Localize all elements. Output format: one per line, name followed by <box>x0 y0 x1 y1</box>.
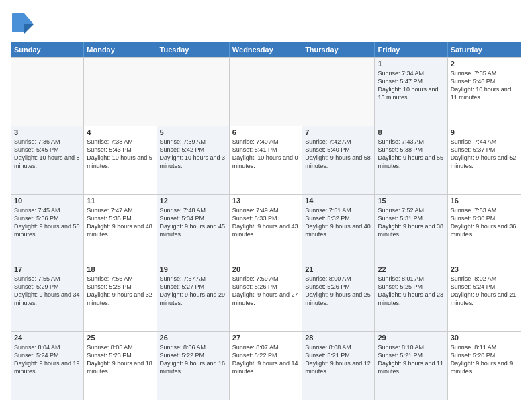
day-info: Sunrise: 8:06 AM Sunset: 5:22 PM Dayligh… <box>160 343 226 376</box>
day-cell-10: 10Sunrise: 7:45 AM Sunset: 5:36 PM Dayli… <box>11 195 84 263</box>
day-cell-11: 11Sunrise: 7:47 AM Sunset: 5:35 PM Dayli… <box>84 195 157 263</box>
calendar-body: 1Sunrise: 7:34 AM Sunset: 5:47 PM Daylig… <box>11 57 521 400</box>
day-info: Sunrise: 8:08 AM Sunset: 5:21 PM Dayligh… <box>305 343 371 376</box>
calendar-header: SundayMondayTuesdayWednesdayThursdayFrid… <box>11 42 521 57</box>
day-cell-19: 19Sunrise: 7:57 AM Sunset: 5:27 PM Dayli… <box>157 263 230 331</box>
empty-cell-0-1 <box>84 58 157 126</box>
day-number: 16 <box>451 197 518 205</box>
day-number: 7 <box>305 128 371 136</box>
day-number: 27 <box>232 334 299 342</box>
day-number: 18 <box>87 265 153 273</box>
day-number: 26 <box>160 334 226 342</box>
day-cell-20: 20Sunrise: 7:59 AM Sunset: 5:26 PM Dayli… <box>230 263 302 331</box>
calendar-row-2: 10Sunrise: 7:45 AM Sunset: 5:36 PM Dayli… <box>11 194 521 263</box>
day-number: 23 <box>451 265 518 273</box>
empty-cell-0-4 <box>302 58 375 126</box>
day-number: 12 <box>160 197 226 205</box>
day-number: 10 <box>14 197 81 205</box>
calendar-row-1: 3Sunrise: 7:36 AM Sunset: 5:45 PM Daylig… <box>11 126 521 194</box>
day-cell-22: 22Sunrise: 8:01 AM Sunset: 5:25 PM Dayli… <box>375 263 447 331</box>
day-number: 3 <box>14 128 81 136</box>
day-info: Sunrise: 7:53 AM Sunset: 5:30 PM Dayligh… <box>451 206 518 239</box>
day-cell-23: 23Sunrise: 8:02 AM Sunset: 5:24 PM Dayli… <box>448 263 521 331</box>
calendar-row-3: 17Sunrise: 7:55 AM Sunset: 5:29 PM Dayli… <box>11 263 521 331</box>
day-number: 13 <box>232 197 299 205</box>
weekday-header-saturday: Saturday <box>448 42 521 57</box>
day-number: 30 <box>451 334 518 342</box>
svg-marker-0 <box>24 13 34 24</box>
day-number: 6 <box>232 128 299 136</box>
day-cell-14: 14Sunrise: 7:51 AM Sunset: 5:32 PM Dayli… <box>302 195 375 263</box>
day-cell-13: 13Sunrise: 7:49 AM Sunset: 5:33 PM Dayli… <box>230 195 302 263</box>
day-cell-3: 3Sunrise: 7:36 AM Sunset: 5:45 PM Daylig… <box>11 126 84 194</box>
weekday-header-monday: Monday <box>84 42 157 57</box>
day-cell-5: 5Sunrise: 7:39 AM Sunset: 5:42 PM Daylig… <box>157 126 230 194</box>
day-number: 1 <box>378 60 444 68</box>
day-cell-6: 6Sunrise: 7:40 AM Sunset: 5:41 PM Daylig… <box>230 126 302 194</box>
day-number: 20 <box>232 265 299 273</box>
day-cell-29: 29Sunrise: 8:10 AM Sunset: 5:21 PM Dayli… <box>375 332 447 400</box>
day-info: Sunrise: 7:44 AM Sunset: 5:37 PM Dayligh… <box>451 138 518 171</box>
empty-cell-0-3 <box>230 58 302 126</box>
day-info: Sunrise: 8:05 AM Sunset: 5:23 PM Dayligh… <box>87 343 153 376</box>
day-info: Sunrise: 8:07 AM Sunset: 5:22 PM Dayligh… <box>232 343 299 376</box>
day-info: Sunrise: 8:01 AM Sunset: 5:25 PM Dayligh… <box>378 275 444 308</box>
day-cell-7: 7Sunrise: 7:42 AM Sunset: 5:40 PM Daylig… <box>302 126 375 194</box>
day-info: Sunrise: 7:48 AM Sunset: 5:34 PM Dayligh… <box>160 206 226 239</box>
day-number: 19 <box>160 265 226 273</box>
weekday-header-thursday: Thursday <box>302 42 375 57</box>
weekday-header-tuesday: Tuesday <box>157 42 230 57</box>
day-info: Sunrise: 7:59 AM Sunset: 5:26 PM Dayligh… <box>232 275 299 308</box>
day-info: Sunrise: 8:00 AM Sunset: 5:26 PM Dayligh… <box>305 275 371 308</box>
day-number: 15 <box>378 197 444 205</box>
day-number: 17 <box>14 265 81 273</box>
day-cell-15: 15Sunrise: 7:52 AM Sunset: 5:31 PM Dayli… <box>375 195 447 263</box>
day-number: 29 <box>378 334 444 342</box>
day-info: Sunrise: 7:45 AM Sunset: 5:36 PM Dayligh… <box>14 206 81 239</box>
day-number: 2 <box>451 60 518 68</box>
svg-marker-1 <box>24 24 34 34</box>
day-number: 14 <box>305 197 371 205</box>
day-cell-27: 27Sunrise: 8:07 AM Sunset: 5:22 PM Dayli… <box>230 332 302 400</box>
svg-rect-2 <box>12 13 24 32</box>
day-info: Sunrise: 7:35 AM Sunset: 5:46 PM Dayligh… <box>451 69 518 102</box>
weekday-header-wednesday: Wednesday <box>230 42 302 57</box>
day-info: Sunrise: 7:49 AM Sunset: 5:33 PM Dayligh… <box>232 206 299 239</box>
calendar-row-0: 1Sunrise: 7:34 AM Sunset: 5:47 PM Daylig… <box>11 57 521 126</box>
day-number: 24 <box>14 334 81 342</box>
logo <box>11 11 38 35</box>
day-info: Sunrise: 7:57 AM Sunset: 5:27 PM Dayligh… <box>160 275 226 308</box>
day-cell-4: 4Sunrise: 7:38 AM Sunset: 5:43 PM Daylig… <box>84 126 157 194</box>
day-info: Sunrise: 7:55 AM Sunset: 5:29 PM Dayligh… <box>14 275 81 308</box>
day-cell-8: 8Sunrise: 7:43 AM Sunset: 5:38 PM Daylig… <box>375 126 447 194</box>
logo-icon <box>11 11 35 35</box>
page: SundayMondayTuesdayWednesdayThursdayFrid… <box>0 0 532 411</box>
day-number: 8 <box>378 128 444 136</box>
day-cell-28: 28Sunrise: 8:08 AM Sunset: 5:21 PM Dayli… <box>302 332 375 400</box>
day-cell-18: 18Sunrise: 7:56 AM Sunset: 5:28 PM Dayli… <box>84 263 157 331</box>
day-info: Sunrise: 7:47 AM Sunset: 5:35 PM Dayligh… <box>87 206 153 239</box>
empty-cell-0-0 <box>11 58 84 126</box>
day-cell-2: 2Sunrise: 7:35 AM Sunset: 5:46 PM Daylig… <box>448 58 521 126</box>
day-info: Sunrise: 8:04 AM Sunset: 5:24 PM Dayligh… <box>14 343 81 376</box>
calendar-row-4: 24Sunrise: 8:04 AM Sunset: 5:24 PM Dayli… <box>11 331 521 400</box>
day-number: 28 <box>305 334 371 342</box>
day-info: Sunrise: 7:43 AM Sunset: 5:38 PM Dayligh… <box>378 138 444 171</box>
day-cell-16: 16Sunrise: 7:53 AM Sunset: 5:30 PM Dayli… <box>448 195 521 263</box>
day-info: Sunrise: 7:38 AM Sunset: 5:43 PM Dayligh… <box>87 138 153 171</box>
empty-cell-0-2 <box>157 58 230 126</box>
weekday-header-friday: Friday <box>375 42 447 57</box>
day-cell-12: 12Sunrise: 7:48 AM Sunset: 5:34 PM Dayli… <box>157 195 230 263</box>
day-info: Sunrise: 7:34 AM Sunset: 5:47 PM Dayligh… <box>378 69 444 102</box>
day-number: 9 <box>451 128 518 136</box>
day-cell-30: 30Sunrise: 8:11 AM Sunset: 5:20 PM Dayli… <box>448 332 521 400</box>
day-info: Sunrise: 8:11 AM Sunset: 5:20 PM Dayligh… <box>451 343 518 376</box>
day-info: Sunrise: 7:52 AM Sunset: 5:31 PM Dayligh… <box>378 206 444 239</box>
day-cell-21: 21Sunrise: 8:00 AM Sunset: 5:26 PM Dayli… <box>302 263 375 331</box>
day-cell-25: 25Sunrise: 8:05 AM Sunset: 5:23 PM Dayli… <box>84 332 157 400</box>
day-info: Sunrise: 7:36 AM Sunset: 5:45 PM Dayligh… <box>14 138 81 171</box>
weekday-header-sunday: Sunday <box>11 42 84 57</box>
day-info: Sunrise: 7:42 AM Sunset: 5:40 PM Dayligh… <box>305 138 371 171</box>
header <box>11 11 521 35</box>
day-number: 4 <box>87 128 153 136</box>
